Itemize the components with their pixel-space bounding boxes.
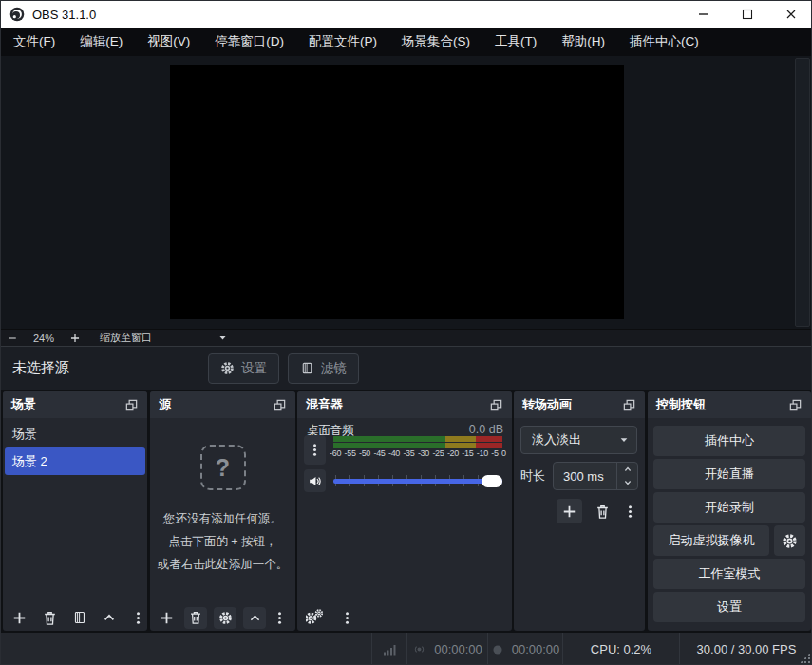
scenes-dock: 场景 场景 场景 2 xyxy=(3,391,147,631)
add-source-button[interactable] xyxy=(159,610,175,626)
trash-icon xyxy=(188,610,203,625)
chevron-up-icon xyxy=(248,611,262,625)
statusbar-spacer xyxy=(1,633,371,665)
close-icon xyxy=(784,7,799,22)
vertical-dots-icon xyxy=(308,443,322,457)
minimize-button[interactable] xyxy=(682,1,726,28)
add-transition-button[interactable] xyxy=(557,499,582,523)
scenes-dock-title: 场景 xyxy=(11,396,36,413)
stream-timer: 00:00:00 xyxy=(406,633,487,665)
fps-indicator: 30.00 / 30.00 FPS xyxy=(679,633,812,665)
studio-mode-button[interactable]: 工作室模式 xyxy=(653,559,805,589)
duration-spinbox[interactable]: 300 ms xyxy=(553,462,638,490)
minus-icon xyxy=(7,332,18,344)
menu-profile[interactable]: 配置文件(P) xyxy=(296,28,389,56)
menu-edit[interactable]: 编辑(E) xyxy=(67,28,135,56)
scene-transitions-dock: 转场动画 淡入淡出 时长 300 ms xyxy=(514,391,645,631)
scene-item-selected[interactable]: 场景 2 xyxy=(5,447,145,475)
preview-vertical-scrollbar[interactable] xyxy=(795,58,810,327)
sources-empty-state[interactable]: ? 您还没有添加任何源。 点击下面的 + 按钮， 或者右击此处添加一个。 xyxy=(150,418,295,604)
controls-dock-header[interactable]: 控制按钮 xyxy=(648,391,811,418)
popout-icon[interactable] xyxy=(622,398,636,412)
transition-dock-header[interactable]: 转场动画 xyxy=(514,391,645,418)
window-controls xyxy=(682,1,812,28)
scene-item[interactable]: 场景 xyxy=(3,420,147,447)
sources-empty-text: 您还没有添加任何源。 点击下面的 + 按钮， 或者右击此处添加一个。 xyxy=(158,507,289,576)
transition-menu-button[interactable] xyxy=(623,504,637,519)
meter-tick: -25 xyxy=(432,448,444,458)
remove-transition-button[interactable] xyxy=(595,504,611,520)
volume-slider[interactable] xyxy=(333,469,502,492)
meter-tick: 0 xyxy=(501,448,506,458)
scenes-dock-header[interactable]: 场景 xyxy=(3,391,147,418)
source-context-bar: 未选择源 设置 滤镜 xyxy=(1,346,812,390)
move-source-up-button[interactable] xyxy=(243,607,266,629)
gear-icon xyxy=(218,611,233,625)
remove-source-button[interactable] xyxy=(184,607,207,629)
channel-menu-button[interactable] xyxy=(304,435,326,465)
close-button[interactable] xyxy=(769,1,812,28)
speaker-icon xyxy=(308,474,322,488)
start-streaming-button[interactable]: 开始直播 xyxy=(653,459,805,489)
meter-tick: -55 xyxy=(344,448,355,458)
menubar: 文件(F) 编辑(E) 视图(V) 停靠窗口(D) 配置文件(P) 场景集合(S… xyxy=(1,28,812,56)
source-filters-label: 滤镜 xyxy=(321,360,347,377)
menu-docks[interactable]: 停靠窗口(D) xyxy=(202,28,296,56)
mute-button[interactable] xyxy=(304,469,326,492)
maximize-button[interactable] xyxy=(726,1,769,28)
preview-area[interactable] xyxy=(1,56,812,329)
spin-down-button[interactable] xyxy=(617,476,637,489)
plugin-center-button[interactable]: 插件中心 xyxy=(653,426,805,456)
record-time: 00:00:00 xyxy=(512,642,560,656)
status-bar: 00:00:00 00:00:00 CPU: 0.2% 30.00 / 30.0… xyxy=(1,633,812,665)
fit-dropdown-arrow-icon[interactable] xyxy=(217,332,229,344)
preview-canvas[interactable] xyxy=(170,65,624,319)
spin-up-button[interactable] xyxy=(617,463,637,476)
menu-help[interactable]: 帮助(H) xyxy=(549,28,617,56)
start-recording-button[interactable]: 开始录制 xyxy=(653,492,805,522)
virtual-camera-settings-button[interactable] xyxy=(774,525,805,556)
menu-file[interactable]: 文件(F) xyxy=(1,28,67,56)
menu-plugin-center[interactable]: 插件中心(C) xyxy=(617,28,711,56)
menu-scene-collection[interactable]: 场景集合(S) xyxy=(389,28,482,56)
popout-icon[interactable] xyxy=(489,398,503,412)
popout-icon[interactable] xyxy=(273,398,287,412)
menu-view[interactable]: 视图(V) xyxy=(135,28,202,56)
meter-tick: -35 xyxy=(403,448,414,458)
stream-status-icon xyxy=(412,642,426,656)
controls-dock: 控制按钮 插件中心 开始直播 开始录制 启动虚拟摄像机 工作室模式 设置 xyxy=(648,391,811,631)
source-properties-button[interactable]: 设置 xyxy=(208,353,279,384)
source-properties-toolbar-button[interactable] xyxy=(214,607,236,629)
sources-empty-line: 或者右击此处添加一个。 xyxy=(158,553,289,576)
move-scene-up-button[interactable] xyxy=(102,610,117,625)
start-virtual-camera-button[interactable]: 启动虚拟摄像机 xyxy=(653,525,769,556)
mixer-dock-header[interactable]: 混音器 xyxy=(297,391,512,418)
sources-dock-header[interactable]: 源 xyxy=(150,391,295,418)
scene-filters-button[interactable] xyxy=(72,610,87,625)
transition-select[interactable]: 淡入淡出 xyxy=(520,426,637,454)
record-status-icon xyxy=(491,643,504,656)
remove-scene-button[interactable] xyxy=(42,610,58,626)
source-properties-label: 设置 xyxy=(241,360,267,377)
slider-handle[interactable] xyxy=(482,475,502,487)
zoom-level: 24% xyxy=(24,332,64,344)
popout-icon[interactable] xyxy=(124,398,139,412)
duration-value: 300 ms xyxy=(554,463,616,489)
obs-window: OBS 31.1.0 文件(F) 编辑(E) 视图(V) 停靠窗口(D) 配置文… xyxy=(0,0,812,665)
no-source-label: 未选择源 xyxy=(12,359,69,377)
fit-to-window-select[interactable]: 缩放至窗口 xyxy=(100,331,152,345)
mixer-menu-button[interactable] xyxy=(340,611,354,625)
sources-menu-button[interactable] xyxy=(273,611,287,625)
advanced-audio-button[interactable] xyxy=(306,609,323,626)
menu-tools[interactable]: 工具(T) xyxy=(482,28,549,56)
zoom-out-button[interactable] xyxy=(1,332,24,344)
add-scene-button[interactable] xyxy=(11,610,28,626)
zoom-in-button[interactable] xyxy=(64,332,86,344)
slider-track xyxy=(333,479,502,484)
scenes-menu-button[interactable] xyxy=(131,611,145,625)
question-mark-icon: ? xyxy=(200,445,246,490)
settings-button[interactable]: 设置 xyxy=(653,592,805,622)
duration-label: 时长 xyxy=(520,467,545,484)
popout-icon[interactable] xyxy=(788,398,803,412)
source-filters-button[interactable]: 滤镜 xyxy=(288,353,359,384)
